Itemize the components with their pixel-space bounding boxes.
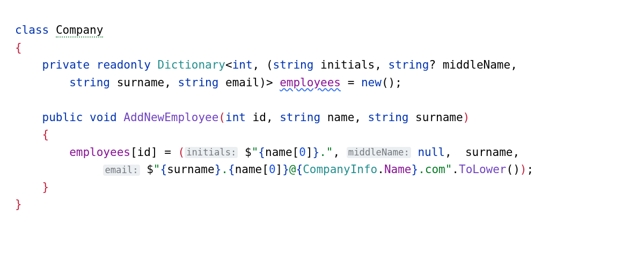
type-int: int — [225, 111, 246, 124]
kw-readonly: readonly — [97, 58, 151, 71]
interp-brace-close: } — [282, 163, 289, 176]
comma: , — [253, 58, 266, 71]
interp-brace-close: } — [313, 146, 320, 159]
tuple-surname: surname — [117, 76, 165, 89]
type-string: string — [178, 76, 218, 89]
interp-dollar: $ — [245, 146, 252, 159]
arg-surname: surname — [465, 146, 513, 159]
new-parens: () — [382, 76, 395, 89]
semicolon: ; — [526, 163, 533, 176]
bracket-close: ] — [151, 146, 158, 159]
string-dotcom: .com — [418, 163, 445, 176]
interp-brace-open: { — [258, 146, 265, 159]
semicolon: ; — [395, 76, 402, 89]
bracket-close: ] — [306, 146, 313, 159]
kw-class: class — [15, 24, 49, 36]
tuple-initials: initials — [320, 58, 375, 71]
param-name: name — [327, 111, 355, 124]
nullable: ? — [429, 58, 436, 71]
type-dictionary: Dictionary — [158, 58, 225, 71]
kw-new: new — [361, 76, 382, 89]
paren-open: ( — [218, 111, 225, 124]
brace-open: { — [15, 41, 22, 54]
bracket-open: [ — [262, 163, 269, 176]
interp-brace-open: { — [296, 163, 303, 176]
interp-name: name — [235, 163, 262, 176]
interp-brace-close: } — [411, 163, 418, 176]
method-name: AddNewEmployee — [123, 111, 218, 124]
interp-name: name — [265, 146, 292, 159]
kw-public: public — [42, 111, 83, 124]
tuple-open: ( — [266, 58, 273, 71]
type-int: int — [232, 58, 253, 71]
angle-open: < — [225, 58, 232, 71]
string-dot: . — [221, 163, 228, 176]
comma: , — [164, 76, 178, 89]
class-name: Company — [56, 24, 104, 38]
quote-open: " — [153, 163, 160, 176]
tuple-open: ( — [178, 146, 185, 159]
param-id: id — [253, 111, 266, 124]
call-parens: () — [507, 163, 520, 176]
assign: = — [158, 146, 178, 159]
bracket-open: [ — [130, 146, 137, 159]
num-zero: 0 — [299, 146, 306, 159]
field-employees-use: employees — [69, 146, 130, 159]
hint-middlename: middleName: — [347, 147, 411, 158]
hint-email: email: — [103, 165, 140, 176]
kw-null: null — [418, 146, 445, 159]
field-employees: employees — [280, 76, 341, 89]
num-zero: 0 — [269, 163, 276, 176]
interp-brace-open: { — [160, 163, 167, 176]
comma: , — [445, 146, 465, 159]
quote-close: " — [445, 163, 452, 176]
interp-brace-open: { — [228, 163, 235, 176]
comma: , — [510, 58, 517, 71]
tuple-close: ) — [520, 163, 527, 176]
tuple-email: email — [225, 76, 259, 89]
param-surname: surname — [415, 111, 463, 124]
paren-close: ) — [463, 111, 470, 124]
brace-open: { — [42, 128, 49, 141]
type-string: string — [280, 111, 320, 124]
quote-open: " — [252, 146, 259, 159]
type-string: string — [368, 111, 409, 124]
string-at: @ — [289, 163, 296, 176]
comma: , — [354, 111, 368, 124]
prop-name: Name — [384, 163, 412, 176]
kw-void: void — [90, 111, 117, 124]
interp-brace-close: } — [215, 163, 222, 176]
string-dot: . — [319, 146, 326, 159]
comma: , — [513, 146, 519, 159]
brace-close: } — [42, 181, 49, 193]
index-id: id — [137, 146, 151, 159]
type-string: string — [273, 58, 314, 71]
code-block: class Company { private readonly Diction… — [0, 0, 644, 235]
type-string: string — [69, 76, 110, 89]
type-string: string — [389, 58, 429, 71]
dot: . — [452, 163, 459, 176]
hint-initials: initials: — [185, 147, 238, 158]
brace-close: } — [15, 198, 22, 211]
kw-private: private — [42, 58, 90, 71]
comma: , — [375, 58, 388, 71]
dot: . — [377, 163, 384, 176]
tuple-close: ) — [259, 76, 266, 89]
bracket-open: [ — [292, 146, 299, 159]
method-tolower: ToLower — [459, 163, 507, 176]
tuple-middlename: middleName — [443, 58, 510, 71]
assign: = — [348, 76, 355, 89]
comma: , — [333, 146, 347, 159]
bracket-close: ] — [276, 163, 283, 176]
angle-close: > — [266, 76, 273, 89]
quote-close: " — [326, 146, 333, 159]
interp-dollar: $ — [147, 163, 153, 176]
comma: , — [266, 111, 280, 124]
companyinfo: CompanyInfo — [303, 163, 377, 176]
interp-surname: surname — [167, 163, 215, 176]
